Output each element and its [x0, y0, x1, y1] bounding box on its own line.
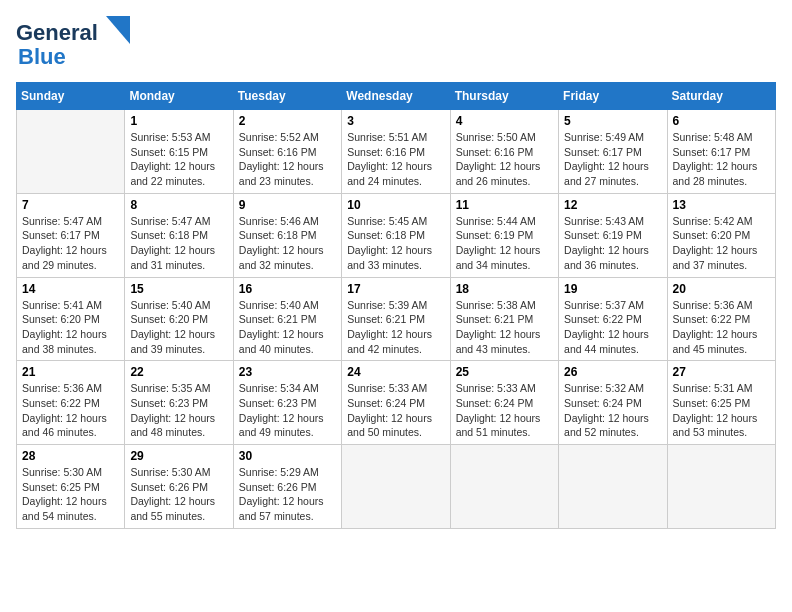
column-header-wednesday: Wednesday: [342, 83, 450, 110]
calendar-cell: 12Sunrise: 5:43 AM Sunset: 6:19 PM Dayli…: [559, 193, 667, 277]
column-header-tuesday: Tuesday: [233, 83, 341, 110]
logo: General Blue: [16, 16, 130, 70]
calendar-cell: 5Sunrise: 5:49 AM Sunset: 6:17 PM Daylig…: [559, 110, 667, 194]
calendar-cell: 26Sunrise: 5:32 AM Sunset: 6:24 PM Dayli…: [559, 361, 667, 445]
day-info: Sunrise: 5:47 AM Sunset: 6:18 PM Dayligh…: [130, 214, 227, 273]
day-info: Sunrise: 5:51 AM Sunset: 6:16 PM Dayligh…: [347, 130, 444, 189]
calendar-cell: 2Sunrise: 5:52 AM Sunset: 6:16 PM Daylig…: [233, 110, 341, 194]
logo-blue: Blue: [18, 44, 66, 70]
day-info: Sunrise: 5:41 AM Sunset: 6:20 PM Dayligh…: [22, 298, 119, 357]
day-number: 14: [22, 282, 119, 296]
day-number: 27: [673, 365, 770, 379]
day-info: Sunrise: 5:46 AM Sunset: 6:18 PM Dayligh…: [239, 214, 336, 273]
day-info: Sunrise: 5:40 AM Sunset: 6:20 PM Dayligh…: [130, 298, 227, 357]
calendar-cell: 13Sunrise: 5:42 AM Sunset: 6:20 PM Dayli…: [667, 193, 775, 277]
day-number: 25: [456, 365, 553, 379]
column-header-sunday: Sunday: [17, 83, 125, 110]
day-number: 6: [673, 114, 770, 128]
day-number: 12: [564, 198, 661, 212]
calendar-cell: 7Sunrise: 5:47 AM Sunset: 6:17 PM Daylig…: [17, 193, 125, 277]
calendar-cell: 29Sunrise: 5:30 AM Sunset: 6:26 PM Dayli…: [125, 445, 233, 529]
calendar-cell: 21Sunrise: 5:36 AM Sunset: 6:22 PM Dayli…: [17, 361, 125, 445]
day-number: 1: [130, 114, 227, 128]
calendar-cell: [17, 110, 125, 194]
calendar-cell: 11Sunrise: 5:44 AM Sunset: 6:19 PM Dayli…: [450, 193, 558, 277]
day-info: Sunrise: 5:30 AM Sunset: 6:26 PM Dayligh…: [130, 465, 227, 524]
calendar-cell: 15Sunrise: 5:40 AM Sunset: 6:20 PM Dayli…: [125, 277, 233, 361]
day-number: 19: [564, 282, 661, 296]
day-info: Sunrise: 5:30 AM Sunset: 6:25 PM Dayligh…: [22, 465, 119, 524]
day-info: Sunrise: 5:40 AM Sunset: 6:21 PM Dayligh…: [239, 298, 336, 357]
day-info: Sunrise: 5:38 AM Sunset: 6:21 PM Dayligh…: [456, 298, 553, 357]
day-info: Sunrise: 5:34 AM Sunset: 6:23 PM Dayligh…: [239, 381, 336, 440]
day-info: Sunrise: 5:31 AM Sunset: 6:25 PM Dayligh…: [673, 381, 770, 440]
day-info: Sunrise: 5:35 AM Sunset: 6:23 PM Dayligh…: [130, 381, 227, 440]
day-number: 28: [22, 449, 119, 463]
calendar-cell: 3Sunrise: 5:51 AM Sunset: 6:16 PM Daylig…: [342, 110, 450, 194]
day-number: 9: [239, 198, 336, 212]
day-number: 24: [347, 365, 444, 379]
page-header: General Blue: [16, 16, 776, 70]
day-number: 21: [22, 365, 119, 379]
day-number: 29: [130, 449, 227, 463]
day-number: 11: [456, 198, 553, 212]
column-header-saturday: Saturday: [667, 83, 775, 110]
calendar-cell: [450, 445, 558, 529]
day-number: 22: [130, 365, 227, 379]
day-info: Sunrise: 5:29 AM Sunset: 6:26 PM Dayligh…: [239, 465, 336, 524]
calendar-cell: [559, 445, 667, 529]
calendar-cell: 23Sunrise: 5:34 AM Sunset: 6:23 PM Dayli…: [233, 361, 341, 445]
day-info: Sunrise: 5:45 AM Sunset: 6:18 PM Dayligh…: [347, 214, 444, 273]
logo-general: General: [16, 20, 98, 46]
day-info: Sunrise: 5:53 AM Sunset: 6:15 PM Dayligh…: [130, 130, 227, 189]
day-number: 13: [673, 198, 770, 212]
calendar-cell: 30Sunrise: 5:29 AM Sunset: 6:26 PM Dayli…: [233, 445, 341, 529]
column-header-monday: Monday: [125, 83, 233, 110]
calendar-cell: 22Sunrise: 5:35 AM Sunset: 6:23 PM Dayli…: [125, 361, 233, 445]
calendar-cell: 27Sunrise: 5:31 AM Sunset: 6:25 PM Dayli…: [667, 361, 775, 445]
calendar-table: SundayMondayTuesdayWednesdayThursdayFrid…: [16, 82, 776, 529]
column-header-friday: Friday: [559, 83, 667, 110]
day-info: Sunrise: 5:33 AM Sunset: 6:24 PM Dayligh…: [347, 381, 444, 440]
column-header-thursday: Thursday: [450, 83, 558, 110]
day-number: 15: [130, 282, 227, 296]
calendar-cell: 1Sunrise: 5:53 AM Sunset: 6:15 PM Daylig…: [125, 110, 233, 194]
calendar-cell: 25Sunrise: 5:33 AM Sunset: 6:24 PM Dayli…: [450, 361, 558, 445]
day-number: 20: [673, 282, 770, 296]
day-info: Sunrise: 5:42 AM Sunset: 6:20 PM Dayligh…: [673, 214, 770, 273]
day-info: Sunrise: 5:50 AM Sunset: 6:16 PM Dayligh…: [456, 130, 553, 189]
calendar-cell: 18Sunrise: 5:38 AM Sunset: 6:21 PM Dayli…: [450, 277, 558, 361]
calendar-cell: 28Sunrise: 5:30 AM Sunset: 6:25 PM Dayli…: [17, 445, 125, 529]
calendar-cell: 4Sunrise: 5:50 AM Sunset: 6:16 PM Daylig…: [450, 110, 558, 194]
calendar-cell: 24Sunrise: 5:33 AM Sunset: 6:24 PM Dayli…: [342, 361, 450, 445]
calendar-cell: 16Sunrise: 5:40 AM Sunset: 6:21 PM Dayli…: [233, 277, 341, 361]
day-number: 2: [239, 114, 336, 128]
day-info: Sunrise: 5:52 AM Sunset: 6:16 PM Dayligh…: [239, 130, 336, 189]
day-number: 18: [456, 282, 553, 296]
day-number: 4: [456, 114, 553, 128]
day-number: 8: [130, 198, 227, 212]
day-number: 30: [239, 449, 336, 463]
day-number: 23: [239, 365, 336, 379]
day-info: Sunrise: 5:48 AM Sunset: 6:17 PM Dayligh…: [673, 130, 770, 189]
svg-marker-0: [106, 16, 130, 44]
day-number: 3: [347, 114, 444, 128]
day-info: Sunrise: 5:49 AM Sunset: 6:17 PM Dayligh…: [564, 130, 661, 189]
calendar-cell: 10Sunrise: 5:45 AM Sunset: 6:18 PM Dayli…: [342, 193, 450, 277]
day-info: Sunrise: 5:39 AM Sunset: 6:21 PM Dayligh…: [347, 298, 444, 357]
calendar-cell: 14Sunrise: 5:41 AM Sunset: 6:20 PM Dayli…: [17, 277, 125, 361]
day-number: 17: [347, 282, 444, 296]
calendar-cell: [342, 445, 450, 529]
day-number: 26: [564, 365, 661, 379]
day-info: Sunrise: 5:37 AM Sunset: 6:22 PM Dayligh…: [564, 298, 661, 357]
calendar-cell: 8Sunrise: 5:47 AM Sunset: 6:18 PM Daylig…: [125, 193, 233, 277]
day-info: Sunrise: 5:47 AM Sunset: 6:17 PM Dayligh…: [22, 214, 119, 273]
day-info: Sunrise: 5:33 AM Sunset: 6:24 PM Dayligh…: [456, 381, 553, 440]
logo-icon: [98, 16, 130, 44]
day-info: Sunrise: 5:32 AM Sunset: 6:24 PM Dayligh…: [564, 381, 661, 440]
day-info: Sunrise: 5:43 AM Sunset: 6:19 PM Dayligh…: [564, 214, 661, 273]
day-number: 7: [22, 198, 119, 212]
calendar-cell: [667, 445, 775, 529]
day-number: 16: [239, 282, 336, 296]
calendar-cell: 17Sunrise: 5:39 AM Sunset: 6:21 PM Dayli…: [342, 277, 450, 361]
